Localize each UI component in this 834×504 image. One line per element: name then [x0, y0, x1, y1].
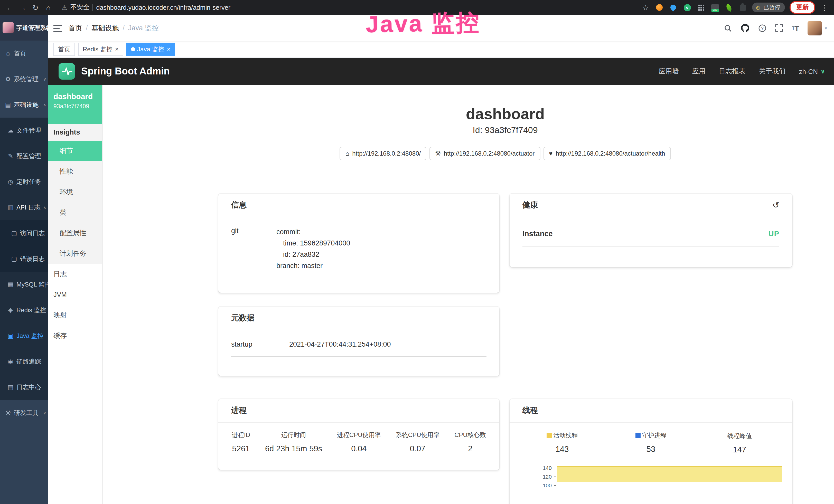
- sba-menu-classes[interactable]: 类: [48, 202, 102, 223]
- sba-menu-scheduled-tasks[interactable]: 计划任务: [48, 244, 102, 264]
- sidebar-item-file-management[interactable]: ☁ 文件管理: [0, 118, 48, 143]
- hamburger-menu-icon[interactable]: [53, 24, 62, 31]
- sidebar-item-home[interactable]: ⌂ 首页: [0, 41, 48, 66]
- sidebar-item-dev-tools[interactable]: ⚒ 研发工具 ∨: [0, 400, 48, 426]
- sba-menu-environment[interactable]: 环境: [48, 182, 102, 202]
- extension-leaf-icon[interactable]: [724, 3, 733, 12]
- sba-nav-about[interactable]: 关于我们: [759, 67, 786, 76]
- sba-menu-config-properties[interactable]: 配置属性: [48, 223, 102, 244]
- tab-pause-badge[interactable]: ☺ 已暂停: [752, 3, 785, 12]
- history-icon[interactable]: ↺: [772, 200, 779, 210]
- forward-icon[interactable]: →: [18, 3, 27, 12]
- browser-menu-icon[interactable]: ⋮: [820, 3, 829, 12]
- extension-grid-icon[interactable]: [696, 3, 706, 12]
- font-size-icon[interactable]: TT: [792, 24, 799, 32]
- page-title: dashboard: [218, 105, 792, 123]
- grid-dots-icon: [698, 4, 704, 10]
- sidebar-item-system-management[interactable]: ⚙ 系统管理 ∨: [0, 66, 48, 92]
- extension-vue-icon[interactable]: v: [682, 3, 692, 12]
- active-dot: [131, 47, 135, 51]
- address-bar[interactable]: ⚠ 不安全 dashboard.yudao.iocoder.cn/infra/a…: [62, 3, 231, 12]
- close-icon[interactable]: ×: [115, 46, 119, 53]
- search-icon[interactable]: [724, 24, 732, 32]
- browser-home-icon[interactable]: ⌂: [44, 3, 53, 12]
- sba-menu-mappings[interactable]: 映射: [48, 305, 102, 325]
- sidebar-item-infrastructure[interactable]: ▤ 基础设施 ∧: [0, 92, 48, 118]
- metric-uptime: 运行时间 6d 23h 15m 59s: [265, 431, 322, 453]
- logo-avatar: [3, 22, 14, 33]
- sba-menu-jvm[interactable]: JVM: [48, 284, 102, 305]
- screen: ← → ↻ ⌂ ⚠ 不安全 dashboard.yudao.iocoder.cn…: [0, 0, 834, 504]
- close-icon[interactable]: ×: [167, 46, 170, 53]
- actuator-url-link[interactable]: ⚒ http://192.168.0.2:48080/actuator: [430, 147, 540, 160]
- bookmark-star-icon[interactable]: ☆: [641, 3, 650, 12]
- threads-card: 线程 活动线程 143 守护进程 53: [510, 399, 792, 504]
- breadcrumb: 首页 / 基础设施 / Java 监控: [68, 23, 159, 32]
- chevron-down-icon: ∨: [43, 77, 46, 82]
- breadcrumb-section[interactable]: 基础设施: [91, 23, 119, 32]
- instance-header[interactable]: dashboard 93a3fc7f7409: [48, 85, 102, 124]
- sba-nav-wallboard[interactable]: 应用墙: [659, 67, 679, 76]
- breadcrumb-current: Java 监控: [128, 23, 159, 32]
- sidebar-item-config-management[interactable]: ✎ 配置管理: [0, 143, 48, 169]
- sidebar-item-link-tracing[interactable]: ◉ 链路追踪: [0, 349, 48, 374]
- health-url-link[interactable]: ♥ http://192.168.0.2:48080/actuator/heal…: [543, 147, 671, 160]
- sidebar-item-redis-monitor[interactable]: ◈ Redis 监控: [0, 297, 48, 323]
- help-icon[interactable]: ?: [759, 24, 767, 32]
- health-instance-row[interactable]: Instance UP: [523, 228, 779, 247]
- sba-menu-details[interactable]: 细节: [48, 141, 102, 161]
- sidebar-item-api-logs[interactable]: ▥ API 日志 ∧: [0, 194, 48, 220]
- home-icon: ⌂: [5, 50, 11, 57]
- metadata-row: startup 2021-04-27T00:44:31.254+08:00: [231, 338, 486, 357]
- github-icon[interactable]: [741, 24, 750, 32]
- sidebar-item-label: MySQL 监控: [17, 280, 48, 289]
- extension-orange-icon[interactable]: [655, 3, 664, 12]
- extension-puzzle-icon[interactable]: [738, 3, 747, 12]
- live-threads-area: [557, 466, 782, 482]
- fullscreen-icon[interactable]: [775, 24, 783, 32]
- sidebar-item-label: 系统管理: [14, 75, 39, 84]
- sidebar-item-scheduled-tasks[interactable]: ◷ 定时任务: [0, 169, 48, 194]
- sidebar-item-java-monitor[interactable]: ▣ Java 监控: [0, 323, 48, 349]
- sidebar-item-error-logs[interactable]: ▢ 错误日志: [0, 246, 48, 272]
- metadata-value: 2021-04-27T00:44:31.254+08:00: [289, 340, 391, 348]
- threads-legend: 活动线程 143 守护进程 53 线程峰值 14: [518, 431, 784, 455]
- extension-switch-icon[interactable]: on: [710, 3, 720, 12]
- card-title: 信息: [231, 200, 247, 210]
- extension-drop-icon[interactable]: [668, 3, 678, 12]
- sba-main: dashboard Id: 93a3fc7f7409 ⌂ http://192.…: [103, 85, 834, 504]
- infrastructure-submenu: ☁ 文件管理 ✎ 配置管理 ◷ 定时任务 ▥ API 日志 ∧: [0, 118, 48, 400]
- sba-menu-metrics[interactable]: 性能: [48, 161, 102, 182]
- sidebar-item-access-logs[interactable]: ▢ 访问日志: [0, 220, 48, 246]
- breadcrumb-separator: /: [123, 24, 125, 32]
- reload-icon[interactable]: ↻: [31, 3, 40, 12]
- language-select[interactable]: zh-CN ∨: [799, 68, 825, 75]
- legend-peak-threads: 线程峰值 147: [695, 431, 784, 455]
- tab-label: 首页: [58, 45, 70, 54]
- sidebar-item-mysql-monitor[interactable]: ▦ MySQL 监控: [0, 272, 48, 297]
- sba-sidebar: dashboard 93a3fc7f7409 Insights 细节 性能 环境…: [48, 85, 103, 504]
- info-row-git: git commit: time: 1596289704000 id: 27aa…: [231, 226, 486, 280]
- tab-java-monitor[interactable]: Java 监控 ×: [126, 43, 175, 56]
- breadcrumb-home[interactable]: 首页: [68, 23, 82, 32]
- tab-home[interactable]: 首页: [53, 43, 75, 56]
- sba-nav-applications[interactable]: 应用: [692, 67, 705, 76]
- app-logo[interactable]: 芋道管理系统: [0, 15, 48, 41]
- sba-menu-loggers[interactable]: 日志: [48, 264, 102, 284]
- chrome-update-button[interactable]: 更新: [790, 1, 815, 14]
- info-key: git: [231, 226, 277, 272]
- instance-url-link[interactable]: ⌂ http://192.168.0.2:48080/: [340, 147, 426, 160]
- sidebar-item-log-center[interactable]: ▤ 日志中心: [0, 374, 48, 400]
- back-icon[interactable]: ←: [5, 3, 14, 12]
- sba-menu-caches[interactable]: 缓存: [48, 325, 102, 346]
- info-value: commit: time: 1596289704000 id: 27aa832 …: [277, 226, 486, 272]
- sba-nav-journal[interactable]: 日志报表: [719, 67, 745, 76]
- on-badge: on: [711, 8, 719, 12]
- font-size-small: T: [792, 25, 795, 30]
- y-axis-tick: 100: [532, 482, 552, 488]
- home-icon: ⌂: [346, 150, 349, 157]
- user-menu[interactable]: ▾: [808, 21, 827, 35]
- tags-view-bar: 首页 Redis 监控 × Java 监控 ×: [48, 41, 834, 58]
- cloud-icon: ☁: [7, 127, 14, 134]
- tab-redis-monitor[interactable]: Redis 监控 ×: [78, 43, 123, 56]
